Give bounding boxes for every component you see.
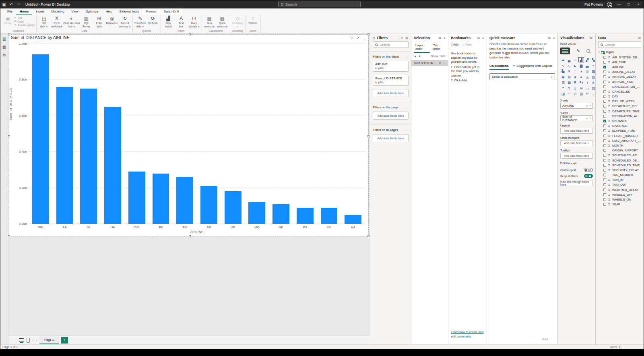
keep-all-filters-toggle[interactable]: On bbox=[584, 174, 593, 178]
visibility-eye-icon[interactable]: ⊙ bbox=[439, 61, 441, 65]
field-checkbox[interactable] bbox=[603, 203, 606, 206]
global-search-input[interactable]: Search bbox=[278, 2, 361, 7]
visual-type-icon[interactable]: ▞ bbox=[584, 57, 590, 62]
small-multiples-dropzone[interactable]: Add data fields here bbox=[560, 140, 593, 146]
fit-to-page-icon[interactable] bbox=[619, 346, 622, 348]
filters-eye-icon[interactable]: ⊙ bbox=[400, 36, 403, 40]
visual-type-icon[interactable]: ◑ bbox=[584, 80, 590, 85]
field-checkbox[interactable] bbox=[603, 85, 606, 88]
ribbon-button[interactable]: ◐ OneLake data hub ∨ bbox=[64, 15, 80, 28]
field-row[interactable]: Σ TAIL_NUMBER bbox=[603, 173, 641, 178]
visual-type-icon[interactable]: ∿ bbox=[560, 63, 566, 68]
visual-type-icon[interactable]: ▭ bbox=[584, 85, 590, 91]
ribbon-button[interactable]: ◎ Dataverse bbox=[106, 15, 118, 25]
field-row[interactable]: Σ SCHEDULED_TIME bbox=[603, 163, 641, 168]
bar[interactable] bbox=[56, 87, 73, 224]
desktop-layout-icon[interactable] bbox=[19, 338, 24, 342]
field-checkbox[interactable] bbox=[603, 154, 606, 157]
visual-type-icon[interactable]: ◬ bbox=[584, 74, 590, 79]
visual-type-icon[interactable]: ☷ bbox=[584, 91, 590, 96]
field-row[interactable]: Σ ARRIVAL_DELAY bbox=[603, 75, 641, 79]
close-button[interactable]: × bbox=[636, 2, 641, 6]
menu-tab[interactable]: Format bbox=[142, 8, 160, 14]
resize-handle[interactable] bbox=[8, 235, 10, 237]
remove-field-icon[interactable]: × bbox=[589, 117, 591, 120]
x-axis-field-pill[interactable]: AIRLINE ∨× bbox=[560, 103, 593, 109]
field-row[interactable]: Σ DEPARTURE_TIME bbox=[603, 109, 641, 114]
copy-button[interactable]: ⧉Copy bbox=[14, 20, 35, 23]
new-page-button[interactable]: + bbox=[61, 337, 68, 344]
ribbon-button[interactable]: ↻ Recent sources ∨ bbox=[119, 15, 131, 28]
field-checkbox[interactable] bbox=[603, 129, 606, 132]
visual-type-icon[interactable]: ▨ bbox=[578, 91, 584, 96]
visual-type-icon[interactable]: ◣ bbox=[572, 63, 578, 68]
visual-type-icon[interactable]: ▄ bbox=[566, 57, 572, 62]
field-row[interactable]: Σ MONTH bbox=[603, 143, 641, 148]
cross-report-toggle[interactable]: Off bbox=[584, 168, 593, 172]
menu-tab[interactable]: Help bbox=[102, 8, 116, 14]
bookmarks-close-icon[interactable]: × bbox=[482, 36, 484, 40]
analytics-tab-icon[interactable] bbox=[586, 49, 590, 53]
format-painter-button[interactable]: ✎Format painter bbox=[14, 23, 35, 27]
visual-type-icon[interactable]: ∴ bbox=[572, 68, 578, 74]
ribbon-button[interactable]: ◇ Sensitivity ∨ bbox=[231, 15, 244, 28]
visual-type-icon[interactable]: ◈ bbox=[572, 74, 578, 79]
visual-type-icon[interactable]: ▼ bbox=[566, 68, 572, 74]
expand-chevron-icon[interactable]: ∨ bbox=[598, 51, 600, 54]
section-more-icon[interactable]: … bbox=[406, 106, 409, 109]
resize-handle[interactable] bbox=[367, 135, 369, 137]
bar[interactable] bbox=[104, 107, 121, 224]
field-checkbox[interactable] bbox=[603, 105, 606, 108]
visual-type-icon[interactable]: R bbox=[572, 80, 578, 85]
visual-type-icon[interactable]: ▩ bbox=[566, 80, 572, 85]
bar[interactable] bbox=[297, 208, 314, 224]
field-checkbox[interactable] bbox=[603, 139, 606, 142]
field-row[interactable]: Σ DEPARTURE_DEL… bbox=[603, 104, 641, 109]
add-data-fields-dropzone[interactable]: Add data fields here bbox=[373, 134, 409, 142]
chevron-down-icon[interactable]: ∨ bbox=[586, 117, 588, 120]
field-checkbox[interactable] bbox=[603, 174, 606, 176]
field-row[interactable]: Σ YEAR bbox=[603, 202, 641, 207]
visual-type-icon[interactable]: ◪ bbox=[560, 91, 566, 96]
drill-through-dropzone[interactable]: Add drill-through fields here bbox=[560, 180, 593, 186]
bar-chart-visual[interactable]: ▽ ↗ … Sum of DISTANCE by AIRLINE Sum of … bbox=[9, 35, 368, 236]
page-forward-arrow[interactable]: › bbox=[36, 338, 37, 342]
visual-type-icon[interactable]: ▟ bbox=[578, 57, 584, 62]
view-bookmarks-button[interactable]: ▯ View bbox=[462, 43, 471, 46]
field-checkbox[interactable] bbox=[603, 198, 606, 201]
ribbon-button[interactable]: ▦ Quick measure bbox=[216, 15, 229, 28]
field-checkbox[interactable] bbox=[603, 81, 606, 83]
field-checkbox[interactable] bbox=[603, 124, 606, 127]
field-row[interactable]: Σ DESTINATION_AI… bbox=[603, 114, 641, 118]
data-search-input[interactable]: Search bbox=[598, 41, 641, 48]
section-more-icon[interactable]: … bbox=[406, 128, 409, 132]
filters-collapse-icon[interactable]: ≫ bbox=[405, 36, 409, 40]
field-checkbox[interactable] bbox=[603, 115, 606, 118]
field-row[interactable]: Σ SCHEDULED_DE… bbox=[603, 158, 641, 163]
field-checkbox[interactable] bbox=[603, 95, 606, 98]
ribbon-button[interactable]: ▥ SQL Server bbox=[80, 15, 93, 28]
tab-tab-order[interactable]: Tab order bbox=[431, 42, 446, 53]
undo-icon[interactable]: ↶ bbox=[8, 2, 15, 7]
selection-list-item[interactable]: Sum of DISTANCE by … ⊙ … bbox=[411, 60, 448, 66]
ribbon-button[interactable]: ▟ New visual bbox=[162, 15, 175, 28]
menu-tab[interactable]: Insert bbox=[32, 8, 47, 14]
ribbon-button[interactable]: ▦ New measure bbox=[203, 15, 216, 28]
tab-suggestions-copilot[interactable]: ✦ Suggestions with Copilot bbox=[513, 64, 552, 70]
resize-handle[interactable] bbox=[189, 33, 191, 35]
y-axis-field-pill[interactable]: Sum of DISTANCE ∨× bbox=[560, 115, 593, 121]
field-row[interactable]: Σ LATE_AIRCRAFT_… bbox=[603, 138, 641, 143]
field-checkbox[interactable] bbox=[603, 70, 606, 73]
redo-icon[interactable]: ↷ bbox=[15, 2, 22, 7]
field-row[interactable]: Σ DISTANCE bbox=[603, 118, 641, 123]
quick-measure-close-icon[interactable]: × bbox=[553, 36, 555, 40]
field-checkbox[interactable] bbox=[603, 178, 606, 181]
minimize-button[interactable]: — bbox=[616, 2, 622, 6]
tab-layer-order[interactable]: Layer order bbox=[414, 42, 430, 53]
field-checkbox[interactable] bbox=[603, 135, 606, 137]
bar[interactable] bbox=[32, 54, 49, 224]
visual-type-icon[interactable]: ◉ bbox=[560, 74, 566, 79]
field-row[interactable]: Σ CANCELLED bbox=[603, 89, 641, 94]
visual-filter-icon[interactable]: ▽ bbox=[351, 36, 353, 40]
ribbon-button[interactable]: ⟳ Refresh bbox=[147, 15, 159, 25]
